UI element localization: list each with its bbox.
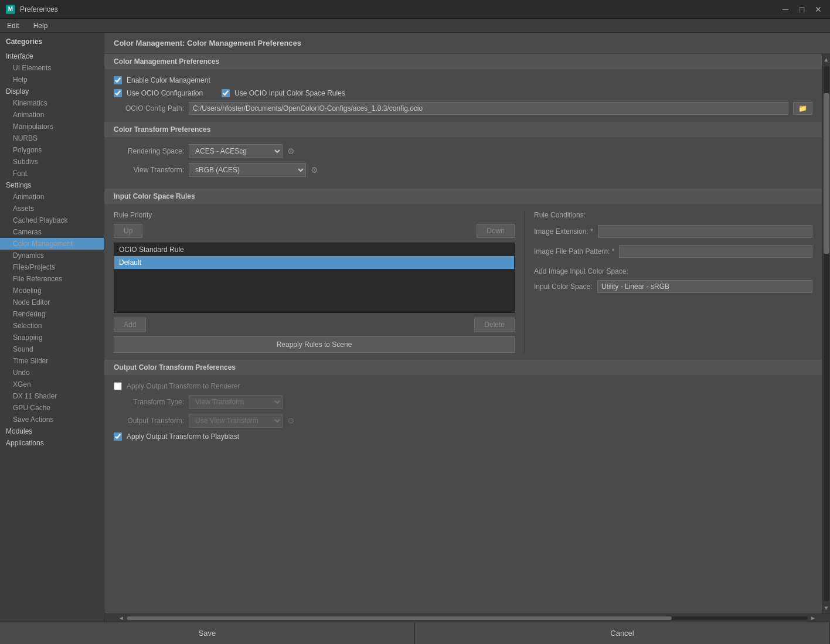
sidebar-item-kinematics[interactable]: Kinematics (0, 97, 104, 109)
color-space-input[interactable] (597, 280, 812, 293)
apply-renderer-checkbox[interactable] (114, 382, 122, 390)
sidebar-item-applications[interactable]: Applications (0, 437, 104, 449)
sidebar-item-rendering[interactable]: Rendering (0, 308, 104, 320)
use-ocio-input-rules-row: Use OCIO Input Color Space Rules (222, 89, 345, 97)
sidebar-item-cameras[interactable]: Cameras (0, 226, 104, 238)
sidebar-item-snapping[interactable]: Snapping (0, 332, 104, 343)
sidebar-item-modules[interactable]: Modules (0, 425, 104, 437)
apply-playblast-checkbox[interactable] (114, 432, 122, 441)
rendering-space-dropdown[interactable]: ACES - ACEScg (189, 144, 283, 158)
sidebar-item-file-references[interactable]: File References (0, 273, 104, 285)
sidebar-item-sound[interactable]: Sound (0, 343, 104, 355)
view-transform-dropdown[interactable]: sRGB (ACES) (189, 163, 306, 177)
sidebar-item-save-actions[interactable]: Save Actions (0, 414, 104, 425)
scroll-track-x[interactable] (127, 616, 808, 620)
delete-button[interactable]: Delete (474, 318, 515, 332)
close-button[interactable]: ✕ (812, 4, 824, 15)
sidebar-item-dynamics[interactable]: Dynamics (0, 250, 104, 261)
sidebar-item-time-slider[interactable]: Time Slider (0, 355, 104, 367)
color-space-row: Input Color Space: (534, 280, 812, 293)
sidebar-item-settings[interactable]: Settings (0, 179, 104, 191)
use-ocio-label: Use OCIO Configuration (127, 89, 203, 97)
section-input-color-space: Input Color Space Rules Rule Priority Up… (104, 189, 822, 360)
apply-playblast-label: Apply Output Transform to Playblast (127, 432, 239, 441)
browse-button[interactable]: 📁 (793, 102, 812, 115)
add-button[interactable]: Add (114, 318, 146, 332)
sidebar-item-color-management[interactable]: Color Management (0, 238, 104, 250)
output-transform-dropdown[interactable]: Use View Transform (189, 414, 283, 428)
sidebar-item-interface[interactable]: Interface (0, 50, 104, 62)
section-body-color-mgmt: Enable Color Management Use OCIO Configu… (104, 69, 822, 122)
ocio-path-input[interactable] (189, 102, 788, 115)
sidebar-item-display[interactable]: Display (0, 86, 104, 97)
main-layout: Categories Interface UI Elements Help Di… (0, 33, 830, 622)
title-bar: M Preferences ─ □ ✕ (0, 0, 830, 19)
image-extension-input[interactable] (598, 225, 812, 238)
sidebar-item-nurbs[interactable]: NURBS (0, 132, 104, 144)
rule-item-ocio-standard[interactable]: OCIO Standard Rule (114, 243, 514, 256)
sidebar-item-help[interactable]: Help (0, 74, 104, 86)
menu-edit[interactable]: Edit (5, 21, 22, 31)
view-transform-gear-icon[interactable]: ⚙ (311, 165, 318, 175)
scroll-track[interactable] (824, 66, 829, 601)
add-delete-row: Add Delete (114, 318, 515, 332)
sidebar-item-manipulators[interactable]: Manipulators (0, 121, 104, 132)
sidebar-item-dx11-shader[interactable]: DX 11 Shader (0, 390, 104, 402)
up-button[interactable]: Up (114, 224, 142, 238)
sidebar-item-xgen[interactable]: XGen (0, 379, 104, 390)
rendering-space-row: Rendering Space: ACES - ACEScg ⚙ (114, 144, 812, 158)
apply-playblast-row: Apply Output Transform to Playblast (114, 432, 812, 441)
use-ocio-input-rules-checkbox[interactable] (222, 89, 230, 97)
minimize-button[interactable]: ─ (780, 4, 791, 15)
sidebar-item-node-editor[interactable]: Node Editor (0, 297, 104, 308)
scroll-up-arrow[interactable]: ▲ (824, 54, 829, 65)
sidebar-item-selection[interactable]: Selection (0, 320, 104, 332)
image-file-path-input[interactable] (619, 245, 812, 258)
cancel-button[interactable]: Cancel (415, 622, 830, 644)
scroll-left-arrow[interactable]: ◄ (116, 615, 127, 621)
transform-type-dropdown[interactable]: View Transform (189, 395, 283, 409)
sidebar-item-undo[interactable]: Undo (0, 367, 104, 379)
scroll-thumb-x[interactable] (127, 616, 672, 620)
sidebar-item-ui-elements[interactable]: UI Elements (0, 62, 104, 74)
enable-color-mgmt-row: Enable Color Management (114, 76, 812, 84)
sidebar-item-polygons[interactable]: Polygons (0, 144, 104, 156)
sidebar-item-font[interactable]: Font (0, 168, 104, 179)
rule-priority-label: Rule Priority (114, 211, 515, 219)
section-body-output: Apply Output Transform to Renderer Trans… (104, 375, 822, 452)
sidebar-item-subdivs[interactable]: Subdivs (0, 156, 104, 168)
scroll-right-arrow[interactable]: ► (808, 615, 818, 621)
sidebar-item-animation[interactable]: Animation (0, 109, 104, 121)
section-header-color-mgmt: Color Management Preferences (104, 54, 822, 69)
enable-color-mgmt-label: Enable Color Management (127, 76, 210, 84)
use-ocio-checkbox[interactable] (114, 89, 122, 97)
sidebar-item-files-projects[interactable]: Files/Projects (0, 261, 104, 273)
image-extension-label: Image Extension: * (534, 227, 593, 236)
scroll-down-arrow[interactable]: ▼ (824, 602, 829, 614)
section-header-input-color-space: Input Color Space Rules (104, 189, 822, 204)
save-button[interactable]: Save (0, 622, 415, 644)
maximize-button[interactable]: □ (796, 4, 808, 15)
reapply-button[interactable]: Reapply Rules to Scene (114, 336, 515, 353)
rendering-space-gear-icon[interactable]: ⚙ (287, 146, 295, 156)
scroll-thumb[interactable] (824, 93, 829, 254)
down-button[interactable]: Down (477, 224, 515, 238)
section-body-color-transform: Rendering Space: ACES - ACEScg ⚙ View Tr… (104, 137, 822, 189)
sidebar-item-gpu-cache[interactable]: GPU Cache (0, 402, 104, 414)
left-col: Rule Priority Up Down OCIO Standard Rule… (114, 211, 524, 353)
sidebar-item-cached-playback[interactable]: Cached Playback (0, 214, 104, 226)
horizontal-scrollbar[interactable]: ◄ ► (104, 614, 830, 622)
use-ocio-row: Use OCIO Configuration (114, 89, 203, 97)
section-header-output: Output Color Transform Preferences (104, 360, 822, 375)
vertical-scrollbar[interactable]: ▲ ▼ (822, 54, 830, 614)
sidebar-item-animation2[interactable]: Animation (0, 191, 104, 203)
menu-help[interactable]: Help (31, 21, 50, 31)
output-transform-gear-icon[interactable]: ⚙ (287, 416, 295, 425)
sidebar-item-assets[interactable]: Assets (0, 203, 104, 214)
apply-renderer-row: Apply Output Transform to Renderer (114, 382, 812, 390)
sidebar-item-modeling[interactable]: Modeling (0, 285, 104, 297)
bottom-bar: Save Cancel (0, 622, 830, 644)
enable-color-mgmt-checkbox[interactable] (114, 76, 122, 84)
rule-list[interactable]: OCIO Standard Rule Default (114, 243, 515, 313)
rule-item-default[interactable]: Default (114, 256, 514, 269)
